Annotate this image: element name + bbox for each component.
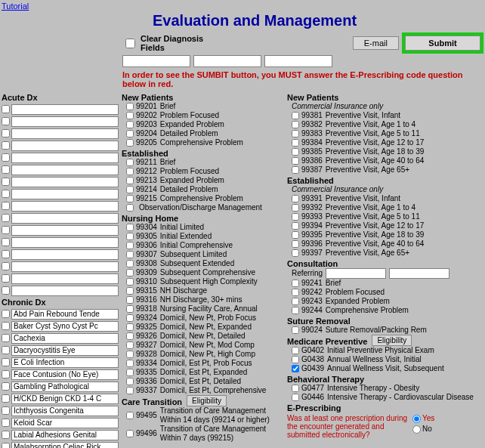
code-check[interactable] [126,121,134,128]
chronic-dx-input[interactable] [11,382,119,392]
code-check[interactable] [126,177,134,184]
acute-dx-check[interactable] [2,105,10,113]
code-check[interactable] [126,341,134,349]
code-check[interactable] [292,166,299,174]
acute-dx-check[interactable] [2,117,10,125]
code-check[interactable] [292,356,299,363]
code-check[interactable] [292,365,299,372]
code-check[interactable] [126,130,134,137]
code-check[interactable] [292,280,299,287]
code-check[interactable] [292,130,299,137]
code-check[interactable] [126,242,134,249]
code-check[interactable] [126,159,134,166]
code-check[interactable] [292,204,299,212]
code-check[interactable] [292,307,299,314]
code-check[interactable] [126,332,134,340]
referring-input-2[interactable] [389,268,449,279]
clear-dx-checkbox[interactable] [125,39,135,48]
code-check[interactable] [292,148,299,156]
acute-dx-input[interactable] [11,128,119,139]
acute-dx-input[interactable] [11,201,119,212]
code-check[interactable] [292,240,299,248]
code-check[interactable] [126,103,134,110]
code-check[interactable] [126,195,134,202]
code-check[interactable] [292,326,299,334]
chronic-dx-input[interactable] [11,333,119,344]
acute-dx-check[interactable] [2,226,10,234]
acute-dx-check[interactable] [2,165,10,174]
code-check[interactable] [126,186,134,193]
acute-dx-check[interactable] [2,141,10,150]
chronic-dx-input[interactable] [11,345,119,356]
acute-dx-input[interactable] [11,104,119,115]
code-check[interactable] [292,121,299,128]
chronic-dx-check[interactable] [2,382,10,391]
acute-dx-input[interactable] [11,213,119,224]
code-check[interactable] [292,298,299,305]
code-check[interactable] [126,287,134,295]
top-input-1[interactable] [122,55,190,67]
acute-dx-input[interactable] [11,261,119,272]
eprescribe-yes[interactable] [412,415,421,423]
acute-dx-check[interactable] [2,250,10,258]
acute-dx-check[interactable] [2,238,10,246]
code-check[interactable] [126,412,134,419]
code-check[interactable] [292,289,299,296]
code-check[interactable] [126,305,134,313]
tutorial-link[interactable]: Tutorial [2,2,483,11]
acute-dx-input[interactable] [11,225,119,236]
code-check[interactable] [292,385,299,392]
code-check[interactable] [126,296,134,304]
chronic-dx-input[interactable] [11,430,119,440]
acute-dx-check[interactable] [2,274,10,283]
acute-dx-input[interactable] [11,189,119,199]
acute-dx-input[interactable] [11,237,119,248]
medicare-eligibility-button[interactable]: Eligibility [372,335,412,346]
acute-dx-check[interactable] [2,286,10,295]
acute-dx-check[interactable] [2,214,10,222]
referring-input-1[interactable] [326,268,386,279]
chronic-dx-check[interactable] [2,394,10,403]
chronic-dx-check[interactable] [2,310,10,318]
code-check[interactable] [292,213,299,221]
chronic-dx-check[interactable] [2,322,10,330]
code-check[interactable] [126,278,134,286]
chronic-dx-input[interactable] [11,406,119,416]
top-input-2[interactable] [193,55,261,67]
code-check[interactable] [126,233,134,240]
chronic-dx-input[interactable] [11,309,119,320]
chronic-dx-input[interactable] [11,394,119,404]
code-check[interactable] [292,394,299,401]
code-check[interactable] [126,387,134,394]
chronic-dx-check[interactable] [2,346,10,354]
chronic-dx-input[interactable] [11,418,119,428]
chronic-dx-check[interactable] [2,358,10,366]
code-check[interactable] [292,249,299,257]
acute-dx-check[interactable] [2,190,10,198]
chronic-dx-check[interactable] [2,431,10,439]
chronic-dx-input[interactable] [11,442,119,449]
code-check[interactable] [126,224,134,231]
acute-dx-input[interactable] [11,141,119,151]
care-eligibility-button[interactable]: Eligibility [187,395,227,406]
code-check[interactable] [292,157,299,165]
code-check[interactable] [292,112,299,119]
code-check[interactable] [126,168,134,175]
chronic-dx-check[interactable] [2,443,10,448]
code-check[interactable] [292,139,299,147]
acute-dx-input[interactable] [11,249,119,260]
acute-dx-input[interactable] [11,286,119,296]
chronic-dx-input[interactable] [11,321,119,332]
acute-dx-check[interactable] [2,153,10,162]
code-check[interactable] [126,314,134,322]
code-check[interactable] [126,369,134,376]
chronic-dx-check[interactable] [2,370,10,378]
top-input-3[interactable] [264,55,332,67]
acute-dx-check[interactable] [2,262,10,270]
eprescribe-no[interactable] [412,425,421,434]
code-check[interactable] [126,260,134,267]
acute-dx-input[interactable] [11,273,119,284]
acute-dx-input[interactable] [11,165,119,175]
code-check[interactable] [292,347,299,354]
email-button[interactable]: E-mail [353,36,399,50]
